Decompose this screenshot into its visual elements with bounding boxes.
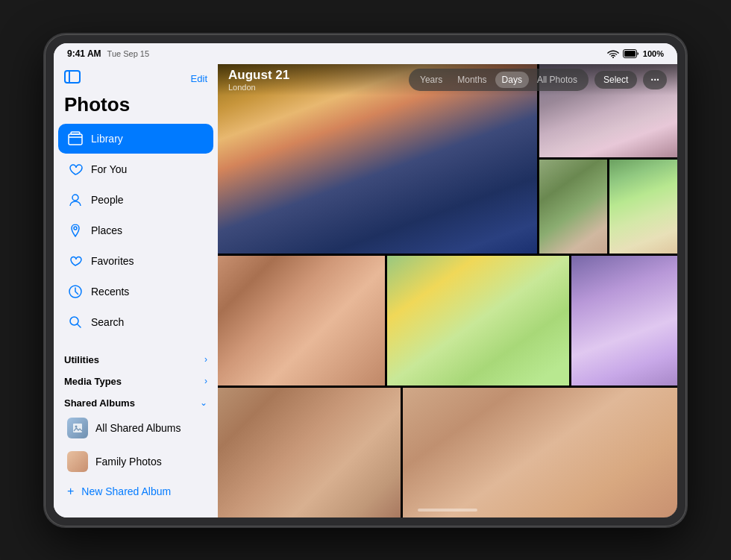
status-time: 9:41 AM [67,48,101,59]
time-selector: Years Months Days All Photos [409,69,589,91]
svg-point-0 [612,57,614,58]
sidebar-item-all-shared[interactable]: All Shared Albums [58,412,213,444]
sidebar: Edit Photos Library [54,64,218,517]
svg-point-7 [72,195,78,201]
sidebar-label-people: People [91,194,124,206]
svg-rect-6 [71,132,80,134]
shared-albums-title: Shared Albums [64,397,135,409]
photo-woman-kissing[interactable] [403,388,677,517]
sidebar-label-recents: Recents [91,286,129,298]
photo-woman-field[interactable] [609,160,677,254]
wifi-icon [607,49,619,58]
svg-point-10 [70,317,78,325]
sidebar-item-recents[interactable]: Recents [58,277,213,306]
shared-albums-chevron: ⌄ [200,397,207,408]
new-shared-album-button[interactable]: + New Shared Album [58,479,213,504]
select-button[interactable]: Select [594,71,637,89]
scroll-indicator [418,509,477,512]
more-button[interactable]: ··· [643,70,667,89]
date-section: August 21 London [228,68,289,92]
photo-row-2 [218,256,677,386]
battery-icon [623,49,639,58]
sidebar-item-for-you[interactable]: For You [58,154,213,184]
sidebar-item-family-photos[interactable]: Family Photos [58,445,213,478]
main-content: August 21 London Years Months Days All P… [218,64,677,517]
status-bar: 9:41 AM Tue Sep 15 100% [54,43,677,64]
sidebar-toggle-button[interactable] [64,70,81,87]
battery-pct: 100% [643,49,664,58]
family-photos-label: Family Photos [95,456,162,468]
photo-girls-sitting[interactable] [387,256,569,386]
media-types-title: Media Types [64,376,122,387]
places-icon [67,222,84,239]
svg-point-11 [75,425,78,427]
sidebar-label-library: Library [91,133,123,145]
sidebar-item-library[interactable]: Library [58,124,213,154]
sidebar-item-places[interactable]: Places [58,215,213,245]
search-icon [67,314,84,330]
photo-woman-close[interactable] [218,388,401,517]
photo-date: August 21 [228,68,289,83]
svg-rect-5 [69,134,82,145]
months-button[interactable]: Months [451,72,493,88]
family-photos-thumb [67,451,88,472]
recents-icon [67,283,84,300]
sidebar-item-favorites[interactable]: Favorites [58,246,213,276]
device-screen: 9:41 AM Tue Sep 15 100% [54,43,677,517]
toolbar-right: Years Months Days All Photos Select ··· [409,69,667,91]
section-utilities[interactable]: Utilities › [54,347,218,368]
library-icon [67,130,84,147]
sidebar-label-for-you: For You [91,163,127,175]
people-icon [67,192,84,208]
main-toolbar: August 21 London Years Months Days All P… [218,64,677,95]
photo-woman-purple[interactable] [571,256,677,386]
all-shared-label: All Shared Albums [95,422,181,434]
edit-button[interactable]: Edit [191,73,207,84]
device-frame: 9:41 AM Tue Sep 15 100% [45,34,686,526]
photo-grid [218,64,677,517]
photo-row-1-right-bottom [539,160,677,254]
status-date: Tue Sep 15 [107,49,149,58]
photo-two-girls[interactable] [539,160,607,254]
svg-point-8 [74,227,77,230]
days-button[interactable]: Days [495,72,529,88]
photo-row-3 [218,388,677,517]
utilities-chevron: › [204,354,207,365]
sidebar-header: Edit [54,64,218,90]
sidebar-item-people[interactable]: People [58,185,213,215]
all-shared-thumb [67,418,88,438]
favorites-icon [67,253,84,269]
section-media-types[interactable]: Media Types › [54,368,218,390]
sidebar-label-favorites: Favorites [91,255,134,267]
for-you-icon [67,161,84,177]
photo-location: London [228,83,289,92]
svg-rect-2 [624,51,636,57]
sidebar-label-search: Search [91,316,124,328]
app-container: Edit Photos Library [54,64,677,517]
new-shared-label: New Shared Album [81,485,171,497]
plus-icon: + [67,485,74,498]
sidebar-label-places: Places [91,224,122,236]
media-types-chevron: › [204,376,207,386]
section-shared-albums[interactable]: Shared Albums ⌄ [54,390,218,412]
all-photos-button[interactable]: All Photos [530,72,584,88]
svg-rect-3 [65,71,80,83]
sidebar-item-search[interactable]: Search [58,307,213,337]
section-my-albums[interactable]: My Albums ⌄ [54,514,218,517]
utilities-title: Utilities [64,354,99,365]
years-button[interactable]: Years [413,72,449,88]
sidebar-title: Photos [54,90,218,124]
photo-mother-daughter[interactable] [218,256,385,386]
status-right: 100% [607,49,664,58]
